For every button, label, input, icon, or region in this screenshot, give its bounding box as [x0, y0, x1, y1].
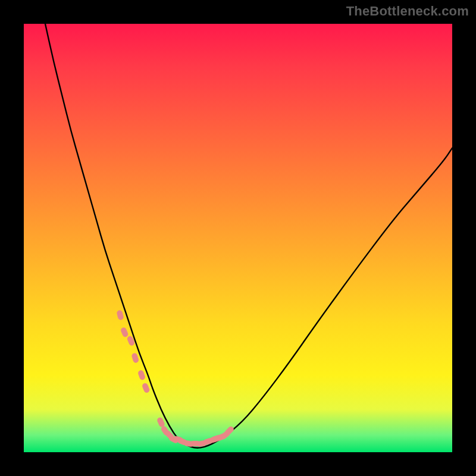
curve-marker — [137, 369, 146, 380]
watermark-text: TheBottleneck.com — [346, 4, 469, 19]
chart-frame: TheBottleneck.com — [0, 0, 476, 476]
bottleneck-curve — [45, 24, 452, 448]
plot-area — [24, 24, 452, 452]
curve-marker — [131, 353, 139, 364]
curve-marker — [120, 327, 129, 337]
curve-marker — [117, 310, 124, 321]
chart-svg — [24, 24, 452, 452]
marker-group — [117, 310, 235, 447]
curve-marker — [156, 416, 165, 427]
curve-marker — [142, 383, 150, 393]
